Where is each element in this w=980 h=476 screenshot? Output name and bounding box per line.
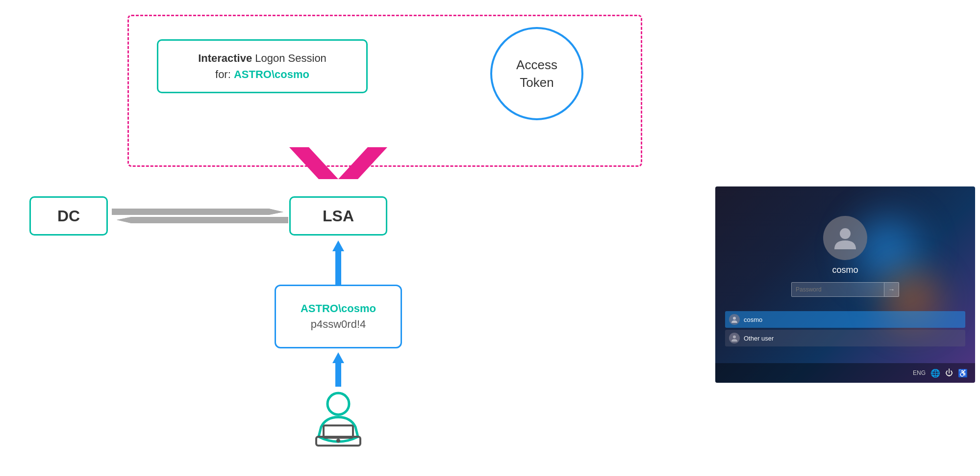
lsa-label: LSA: [323, 207, 354, 225]
win-lang-label: ENG: [913, 370, 926, 376]
svg-rect-10: [335, 362, 341, 387]
credentials-username: ASTRO\cosmo: [301, 302, 376, 315]
logon-session-box: Interactive Logon Session for: ASTRO\cos…: [157, 39, 368, 93]
person-laptop-icon: [306, 390, 370, 454]
svg-rect-6: [131, 217, 288, 223]
win-user-list: cosmo Other user: [725, 311, 965, 348]
globe-icon[interactable]: 🌐: [930, 369, 940, 378]
blue-arrow-lsa: [332, 240, 344, 285]
win-password-submit[interactable]: →: [884, 282, 899, 297]
accessibility-icon[interactable]: ♿: [958, 369, 968, 378]
svg-marker-9: [332, 240, 344, 251]
logon-session-for: for:: [215, 68, 231, 80]
win-user-other[interactable]: Other user: [725, 330, 965, 346]
logon-session-middle: Logon Session: [252, 52, 327, 64]
diagram-container: Interactive Logon Session for: ASTRO\cos…: [0, 0, 980, 476]
person-icon-cosmo: [731, 316, 738, 323]
logon-session-user: ASTRO\cosmo: [234, 68, 309, 80]
avatar-icon: [832, 225, 859, 252]
svg-point-15: [336, 439, 340, 443]
credentials-box: ASTRO\cosmo p4ssw0rd!4: [275, 285, 402, 348]
svg-point-12: [327, 393, 349, 415]
svg-marker-7: [117, 217, 131, 223]
svg-point-17: [733, 317, 736, 320]
win-password-row: →: [791, 282, 899, 297]
access-token-circle: Access Token: [490, 27, 583, 120]
win-taskbar: ENG 🌐 ⏻ ♿: [715, 363, 975, 383]
blue-arrow-person: [332, 352, 344, 387]
dc-box: DC: [29, 196, 108, 236]
win-user-cosmo-label: cosmo: [744, 316, 762, 323]
logon-session-text: Interactive Logon Session for: ASTRO\cos…: [198, 50, 327, 82]
win-user-cosmo[interactable]: cosmo: [725, 311, 965, 328]
dc-lsa-arrows: [112, 206, 288, 226]
svg-marker-11: [332, 352, 344, 363]
svg-point-16: [840, 228, 851, 239]
win-user-other-icon: [729, 333, 740, 344]
win-user-other-label: Other user: [744, 335, 774, 342]
dc-label: DC: [57, 207, 80, 225]
person-icon-other: [731, 335, 738, 342]
pink-v-arrows: [284, 142, 392, 186]
access-token-text: Access Token: [516, 56, 557, 92]
power-icon[interactable]: ⏻: [945, 369, 953, 377]
access-token-line1: Access: [516, 57, 557, 72]
lsa-box: LSA: [289, 196, 387, 236]
win-password-input[interactable]: [791, 282, 884, 297]
avatar: [823, 216, 867, 260]
svg-point-18: [733, 336, 736, 339]
credentials-password: p4ssw0rd!4: [311, 318, 366, 331]
win-user-cosmo-icon: [729, 314, 740, 325]
windows-login-panel: cosmo → cosmo: [715, 186, 975, 383]
svg-rect-3: [112, 209, 269, 215]
win-login-inner: cosmo → cosmo: [715, 186, 975, 383]
win-username: cosmo: [832, 265, 858, 275]
svg-marker-1: [338, 147, 387, 179]
access-token-line2: Token: [520, 75, 553, 90]
svg-marker-4: [269, 209, 283, 215]
logon-session-bold: Interactive: [198, 52, 252, 64]
svg-marker-0: [289, 147, 338, 179]
svg-rect-8: [335, 250, 341, 285]
